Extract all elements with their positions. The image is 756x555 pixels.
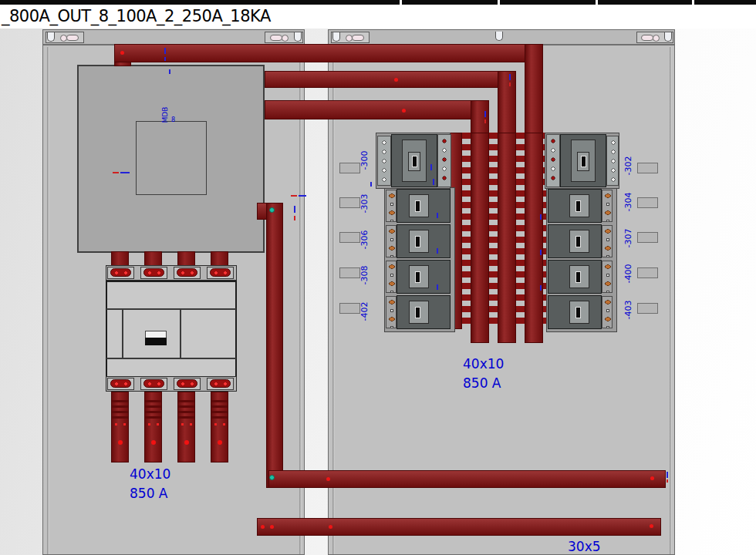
breaker-toggle-slot [415, 236, 420, 247]
main-device-inner-square [136, 121, 207, 195]
breaker-terminal-strip [437, 134, 451, 187]
mccb-toggle-handle [145, 338, 167, 345]
dimension-tick [430, 164, 432, 170]
bolt-dot [326, 477, 330, 481]
blank-module [339, 163, 360, 173]
terminal-block [140, 378, 167, 390]
panel-rail [670, 47, 672, 554]
dimension-tick [437, 213, 438, 218]
blank-module [637, 267, 658, 278]
terminal-block [174, 378, 201, 390]
busbar-mid-vertical [266, 203, 283, 488]
distribution-busbar-3 [498, 133, 516, 343]
incomer-busbar-rating: 850 A [130, 486, 167, 501]
breaker-toggle-slot [575, 271, 581, 283]
bolt-dot [120, 51, 124, 55]
breaker-terminal-strip [602, 190, 613, 222]
dimension-tick [164, 48, 166, 54]
bottom-busbar-size: 30x5 [568, 539, 601, 554]
dimension-tick [294, 216, 295, 220]
terminal-block [174, 267, 201, 279]
mounting-bracket [265, 32, 303, 43]
panel-top-frame [43, 30, 304, 45]
dimension-tick [437, 248, 438, 254]
distribution-busbar-2 [471, 133, 489, 343]
terminal-block [207, 378, 234, 390]
breaker-toggle-slot [415, 200, 420, 212]
terminal-block [140, 267, 167, 279]
dimension-tick [484, 111, 486, 117]
breaker-label: -306 [359, 223, 370, 257]
breaker-label: -302 [623, 149, 634, 183]
breaker-label: -402 [359, 294, 370, 328]
busbar-riser [211, 392, 228, 462]
breaker-label: -308 [359, 258, 370, 292]
breaker-label: -300 [359, 143, 370, 177]
bolt-dot [329, 525, 332, 529]
busbar-feeder-3 [265, 100, 489, 119]
dimension-tick [291, 195, 297, 197]
dimension-tick [169, 69, 170, 74]
frame-notch [495, 32, 503, 41]
busbar-drop-2 [498, 71, 516, 135]
mccb-divider [180, 308, 181, 358]
blank-module [637, 163, 658, 173]
mccb-divider [106, 308, 236, 310]
breaker-terminal-strip [386, 296, 397, 328]
dimension-tick [294, 206, 295, 213]
breaker-terminal-strip [602, 225, 613, 257]
breaker-toggle-slot [415, 271, 420, 283]
distribution-busbar-4 [525, 133, 543, 343]
busbar-drop-3 [471, 100, 489, 135]
breaker-label: -307 [623, 221, 634, 255]
breaker-label: -400 [623, 257, 634, 291]
breaker-toggle-slot [581, 156, 586, 167]
breaker-toggle-slot [415, 307, 420, 318]
breaker-terminal-strip [602, 261, 613, 293]
mccb-divider [122, 308, 123, 358]
busbar-riser [111, 251, 129, 267]
bolt-dot [402, 109, 406, 113]
distribution-busbar-rating: 850 A [463, 375, 501, 391]
teal-node-marker [269, 207, 275, 213]
busbar-riser [111, 392, 129, 462]
incomer-busbar-size: 40x10 [130, 466, 170, 482]
device-sublabel: 8 [171, 116, 175, 123]
breaker-terminal-strip [602, 296, 613, 328]
breaker-toggle-slot [575, 200, 581, 212]
blank-module [339, 232, 360, 243]
breaker-terminal-strip [606, 136, 619, 186]
busbar-feeder-2 [265, 71, 516, 88]
breaker-terminal-strip [377, 136, 391, 186]
teal-node-marker [269, 475, 275, 480]
blank-module [339, 267, 360, 278]
blank-module [637, 232, 658, 243]
mccb-divider [106, 358, 236, 359]
terminal-block [207, 267, 234, 279]
terminal-block [107, 267, 134, 279]
dimension-tick [484, 119, 486, 123]
dimension-tick [113, 172, 119, 173]
bolt-dot [650, 524, 653, 528]
mounting-bracket [636, 32, 673, 43]
breaker-label: -304 [623, 185, 634, 219]
blank-module [339, 197, 360, 208]
bolt-dot [270, 525, 274, 529]
cad-drawing-canvas[interactable]: _800A_OUT_8_100A_2_250A_18KA [0, 0, 756, 555]
dimension-tick [509, 82, 511, 86]
drawing-title: _800A_OUT_8_100A_2_250A_18KA [2, 7, 271, 25]
dimension-tick [667, 472, 668, 478]
busbar-feeder-1 [114, 44, 543, 62]
mounting-bracket [331, 32, 370, 43]
busbar-riser [144, 392, 162, 462]
busbar-bottom-2 [257, 518, 661, 536]
dimension-tick [120, 172, 130, 173]
breaker-label: -403 [623, 293, 634, 327]
busbar-riser [177, 251, 195, 267]
breaker-terminal-strip [546, 134, 560, 187]
breaker-terminal-strip [386, 190, 397, 222]
dimension-tick [509, 74, 511, 80]
busbar-drop-1 [525, 44, 543, 135]
device-label: MDB [160, 103, 170, 126]
blank-module [339, 303, 360, 314]
